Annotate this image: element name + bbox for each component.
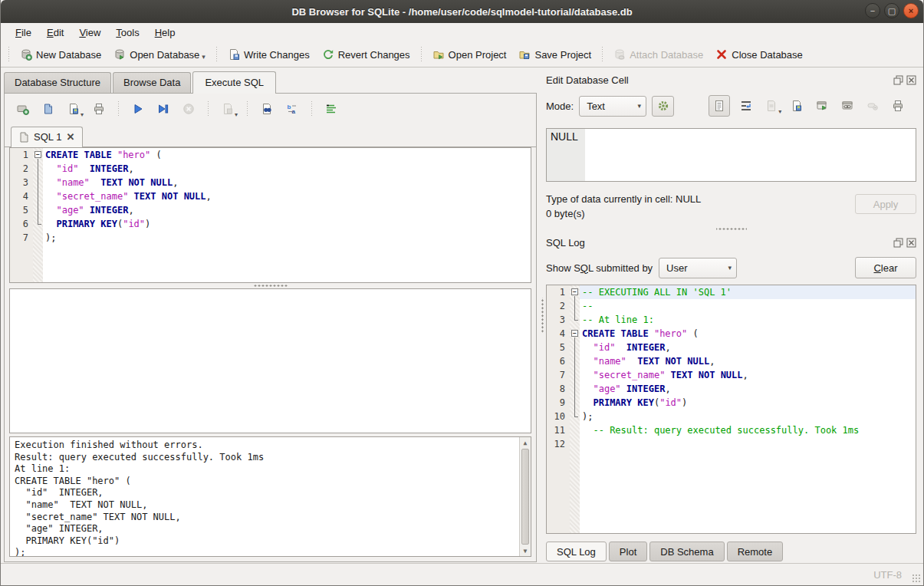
close-dock-icon[interactable]	[906, 74, 916, 85]
open-project-button[interactable]: Open Project	[426, 45, 513, 64]
clear-button[interactable]: Clear	[855, 257, 916, 278]
open-database-label: Open Database	[130, 49, 199, 61]
find-icon[interactable]	[258, 100, 276, 118]
execution-status-text: Execution finished without errors.Result…	[10, 437, 531, 557]
revert-changes-button[interactable]: Revert Changes	[316, 45, 416, 64]
menu-tools[interactable]: Tools	[109, 25, 146, 40]
sql-doc-tab-bar: SQL 1 ✕	[5, 124, 536, 147]
close-button[interactable]: ×	[903, 3, 919, 18]
sql-doc-tab-label: SQL 1	[34, 131, 61, 143]
apply-button[interactable]: Apply	[855, 194, 916, 214]
float-dock-icon[interactable]	[893, 74, 903, 85]
new-sql-tab-icon[interactable]	[14, 100, 32, 118]
print-cell-icon[interactable]	[889, 97, 907, 115]
execute-all-icon[interactable]	[129, 100, 147, 118]
open-database-button[interactable]: Open Database ▾	[107, 45, 212, 64]
toolbar-separator	[206, 101, 210, 117]
cell-value-editor[interactable]: NULL	[546, 128, 916, 182]
database-new-icon	[20, 48, 32, 61]
menu-view[interactable]: View	[72, 25, 107, 40]
attach-database-icon	[613, 48, 626, 61]
sql-editor-toolbar: ▾ ▾ ba	[5, 94, 536, 124]
tab-remote[interactable]: Remote	[727, 542, 784, 561]
execute-sql-pane: Database Structure Browse Data Execute S…	[1, 67, 540, 563]
maximize-button[interactable]: ▢	[884, 3, 899, 18]
import-data-icon[interactable]: ▾	[762, 97, 781, 115]
open-sql-file-icon[interactable]	[39, 100, 58, 118]
sql-log-title: SQL Log	[546, 237, 893, 249]
bottom-dock-tabs: SQL Log Plot DB Schema Remote	[546, 542, 916, 561]
tab-execute-sql[interactable]: Execute SQL	[192, 71, 276, 94]
toolbar-separator	[310, 101, 314, 117]
minimize-button[interactable]: −	[865, 3, 880, 18]
tab-sql-log[interactable]: SQL Log	[546, 542, 607, 561]
cell-value-text: NULL	[547, 129, 585, 181]
encoding-indicator[interactable]: UTF-8	[873, 569, 902, 581]
close-tab-icon[interactable]: ✕	[66, 131, 74, 143]
close-dock-icon[interactable]	[906, 237, 916, 248]
apply-mode-button[interactable]	[652, 96, 674, 117]
dock-splitter[interactable]	[716, 224, 747, 234]
revert-changes-label: Revert Changes	[338, 49, 410, 61]
resize-grip[interactable]	[912, 574, 921, 583]
query-results-grid[interactable]	[9, 288, 531, 433]
float-dock-icon[interactable]	[893, 237, 903, 248]
edit-cell-dock-title: Edit Database Cell	[546, 71, 916, 88]
attach-database-label: Attach Database	[630, 49, 703, 61]
menu-edit[interactable]: Edit	[40, 25, 71, 40]
scroll-down-icon[interactable]: ▼	[520, 545, 531, 556]
menu-bar: File Edit View Tools Help	[1, 23, 923, 42]
title-bar: DB Browser for SQLite - /home/user/code/…	[1, 0, 923, 23]
stop-icon[interactable]	[179, 100, 198, 118]
sql-file-icon	[19, 132, 29, 143]
write-changes-button[interactable]: Write Changes	[222, 45, 316, 64]
format-sql-icon[interactable]	[322, 100, 340, 118]
print-icon[interactable]	[90, 100, 108, 118]
find-replace-icon[interactable]: ba	[283, 100, 301, 118]
close-database-icon	[715, 48, 728, 61]
open-project-icon	[432, 48, 445, 61]
tab-db-schema[interactable]: DB Schema	[649, 542, 724, 561]
attach-database-button[interactable]: Attach Database	[607, 45, 709, 64]
new-database-button[interactable]: New Database	[14, 45, 107, 64]
word-wrap-icon[interactable]	[737, 97, 755, 115]
sql-log-dock-title: SQL Log	[546, 234, 916, 251]
menu-file[interactable]: File	[8, 25, 38, 40]
sql-editor[interactable]: 1−CREATE TABLE "hero" (2 "id" INTEGER,3 …	[9, 147, 531, 283]
filter-select[interactable]: User▾	[659, 258, 737, 278]
revert-changes-icon	[322, 48, 334, 61]
sql-doc-tab[interactable]: SQL 1 ✕	[11, 127, 83, 147]
mode-label: Mode:	[546, 100, 574, 112]
tab-plot[interactable]: Plot	[609, 542, 647, 561]
save-results-icon[interactable]: ▾	[219, 100, 237, 118]
execution-status-pane[interactable]: Execution finished without errors.Result…	[9, 436, 531, 557]
open-external-icon[interactable]	[813, 97, 831, 115]
set-null-icon[interactable]	[863, 97, 882, 115]
write-changes-label: Write Changes	[244, 49, 310, 61]
tab-browse-data[interactable]: Browse Data	[113, 72, 191, 93]
scrollbar-thumb[interactable]	[521, 449, 529, 545]
chevron-down-icon: ▾	[235, 111, 238, 118]
database-open-icon	[113, 48, 126, 61]
sql-log-editor[interactable]: 1−-- EXECUTING ALL IN 'SQL 1'2--3-- At l…	[546, 285, 916, 534]
save-project-button[interactable]: Save Project	[512, 45, 597, 64]
window-title: DB Browser for SQLite - /home/user/code/…	[1, 6, 923, 18]
execute-line-icon[interactable]	[154, 100, 173, 118]
menu-help[interactable]: Help	[148, 25, 182, 40]
new-database-label: New Database	[36, 49, 101, 61]
export-data-icon[interactable]	[788, 97, 806, 115]
link-data-icon[interactable]	[838, 97, 857, 115]
editor-results-splitter[interactable]	[254, 283, 288, 288]
svg-text:b: b	[288, 104, 291, 110]
tab-database-structure[interactable]: Database Structure	[4, 72, 111, 93]
edit-cell-title: Edit Database Cell	[546, 74, 893, 86]
results-scrollbar[interactable]: ▲ ▼	[519, 437, 531, 556]
close-database-button[interactable]: Close Database	[709, 45, 809, 64]
chevron-down-icon: ▾	[202, 53, 206, 61]
text-mode-icon[interactable]	[709, 95, 730, 117]
mode-select[interactable]: Text▾	[579, 96, 646, 117]
toolbar-separator	[245, 101, 249, 117]
open-project-label: Open Project	[449, 49, 507, 61]
scroll-up-icon[interactable]: ▲	[520, 437, 531, 448]
save-sql-file-icon[interactable]: ▾	[64, 100, 83, 118]
